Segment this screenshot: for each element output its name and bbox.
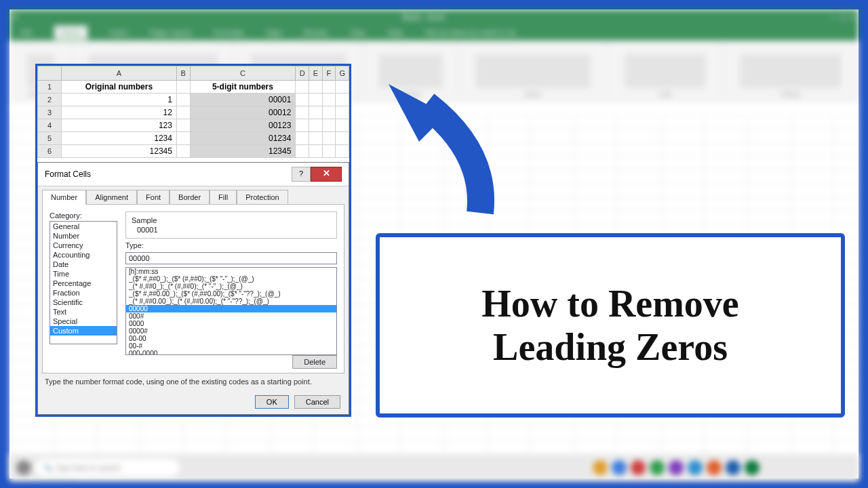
cancel-button[interactable]: Cancel (294, 395, 340, 409)
fmt-4[interactable]: _(* #,##0.00_);_(* (#,##0.00);_(* "-"??_… (126, 298, 336, 305)
fmt-2[interactable]: _(* #,##0_);_(* (#,##0);_(* "-"_);_(@_) (126, 283, 336, 290)
cell-G2[interactable] (336, 94, 349, 106)
cell-G3[interactable] (336, 106, 349, 119)
tab-page-layout[interactable]: Page Layout (150, 28, 192, 37)
cell-E3[interactable] (309, 106, 323, 119)
cell-E1[interactable] (309, 81, 323, 94)
cell-A3[interactable]: 12 (62, 106, 177, 119)
col-G[interactable]: G (336, 66, 349, 81)
cell-F2[interactable] (322, 94, 336, 106)
fmt-9[interactable]: 00-00 (126, 335, 336, 342)
cat-accounting[interactable]: Accounting (50, 250, 117, 260)
cell-G5[interactable] (336, 132, 349, 145)
cat-scientific[interactable]: Scientific (50, 298, 117, 307)
tab-help[interactable]: Help (387, 28, 403, 37)
cell-B5[interactable] (176, 132, 190, 145)
tab-alignment[interactable]: Alignment (86, 190, 137, 205)
tab-fill[interactable]: Fill (210, 190, 237, 205)
tb-app-6[interactable] (688, 460, 703, 475)
min-icon[interactable]: — (829, 14, 836, 21)
cell-C2[interactable]: 00001 (190, 94, 296, 106)
cell-D2[interactable] (296, 94, 309, 106)
row-4[interactable]: 4 (38, 119, 62, 132)
cell-D4[interactable] (296, 119, 309, 132)
search-box[interactable]: 🔍 Type here to search (35, 459, 179, 476)
cell-A4[interactable]: 123 (62, 119, 177, 132)
cell-C3[interactable]: 00012 (190, 106, 296, 119)
help-button[interactable]: ? (292, 167, 311, 182)
col-D[interactable]: D (296, 66, 309, 81)
delete-button[interactable]: Delete (292, 355, 337, 369)
tab-file[interactable]: File (20, 28, 33, 37)
cell-G6[interactable] (336, 145, 349, 158)
corner-cell[interactable] (38, 66, 62, 81)
cell-F3[interactable] (322, 106, 336, 119)
tb-app-1[interactable] (593, 460, 608, 475)
cell-D1[interactable] (296, 81, 309, 94)
cell-F6[interactable] (322, 145, 336, 158)
fmt-10[interactable]: 00-# (126, 342, 336, 350)
cell-C5[interactable]: 01234 (190, 132, 296, 145)
cell-G4[interactable] (336, 119, 349, 132)
cell-F4[interactable] (322, 119, 336, 132)
cell-A2[interactable]: 1 (62, 94, 177, 106)
tab-number[interactable]: Number (42, 190, 86, 205)
category-list[interactable]: General Number Currency Accounting Date … (50, 221, 117, 344)
tab-insert[interactable]: Insert (109, 28, 128, 37)
cell-C6[interactable]: 12345 (190, 145, 296, 158)
cell-B4[interactable] (176, 119, 190, 132)
tb-app-4[interactable] (650, 460, 665, 475)
cell-E6[interactable] (309, 145, 323, 158)
cat-text[interactable]: Text (50, 307, 117, 317)
cell-G1[interactable] (336, 81, 349, 94)
tab-border[interactable]: Border (170, 190, 210, 205)
cell-E2[interactable] (309, 94, 323, 106)
cell-D3[interactable] (296, 106, 309, 119)
cat-general[interactable]: General (50, 222, 117, 231)
cat-date[interactable]: Date (50, 260, 117, 269)
row-5[interactable]: 5 (38, 132, 62, 145)
col-C[interactable]: C (190, 66, 296, 81)
tab-review[interactable]: Review (303, 28, 328, 37)
tb-app-2[interactable] (612, 460, 627, 475)
cell-E5[interactable] (309, 132, 323, 145)
row-3[interactable]: 3 (38, 106, 62, 119)
max-icon[interactable]: ▢ (840, 14, 846, 21)
cell-C1[interactable]: 5-digit numbers (190, 81, 296, 94)
tab-formulas[interactable]: Formulas (213, 28, 244, 37)
ok-button[interactable]: OK (255, 395, 289, 409)
start-icon[interactable] (16, 460, 31, 475)
fmt-5[interactable]: 00000 (126, 305, 336, 312)
tb-app-5[interactable] (669, 460, 684, 475)
fmt-3[interactable]: _($* #,##0.00_);_($* (#,##0.00);_($* "-"… (126, 290, 336, 298)
tb-app-3[interactable] (631, 460, 646, 475)
cell-A6[interactable]: 12345 (62, 145, 177, 158)
type-input[interactable]: 00000 (125, 252, 337, 264)
row-1[interactable]: 1 (38, 81, 62, 94)
tb-app-7[interactable] (707, 460, 722, 475)
cell-A5[interactable]: 1234 (62, 132, 177, 145)
cell-F5[interactable] (322, 132, 336, 145)
row-2[interactable]: 2 (38, 94, 62, 106)
fmt-11[interactable]: 000-0000 (126, 350, 336, 355)
tab-data[interactable]: Data (266, 28, 281, 37)
cell-B3[interactable] (176, 106, 190, 119)
cat-custom[interactable]: Custom (50, 326, 117, 336)
col-A[interactable]: A (62, 66, 177, 81)
fmt-8[interactable]: 0000# (126, 327, 336, 335)
cell-B1[interactable] (176, 81, 190, 94)
tell-me[interactable]: Tell me what you want to do (425, 28, 517, 37)
fmt-0[interactable]: [h]:mm:ss (126, 268, 336, 275)
dialog-close-button[interactable]: ✕ (311, 167, 342, 182)
col-F[interactable]: F (322, 66, 336, 81)
fmt-6[interactable]: 000# (126, 312, 336, 320)
tb-app-excel[interactable] (745, 460, 760, 475)
cell-D6[interactable] (296, 145, 309, 158)
cell-B6[interactable] (176, 145, 190, 158)
format-list[interactable]: [h]:mm:ss _($* #,##0_);_($* (#,##0);_($*… (125, 267, 337, 355)
cell-A1[interactable]: Original numbers (62, 81, 177, 94)
cell-F1[interactable] (322, 81, 336, 94)
cell-D5[interactable] (296, 132, 309, 145)
cat-number[interactable]: Number (50, 231, 117, 241)
col-B[interactable]: B (176, 66, 190, 81)
